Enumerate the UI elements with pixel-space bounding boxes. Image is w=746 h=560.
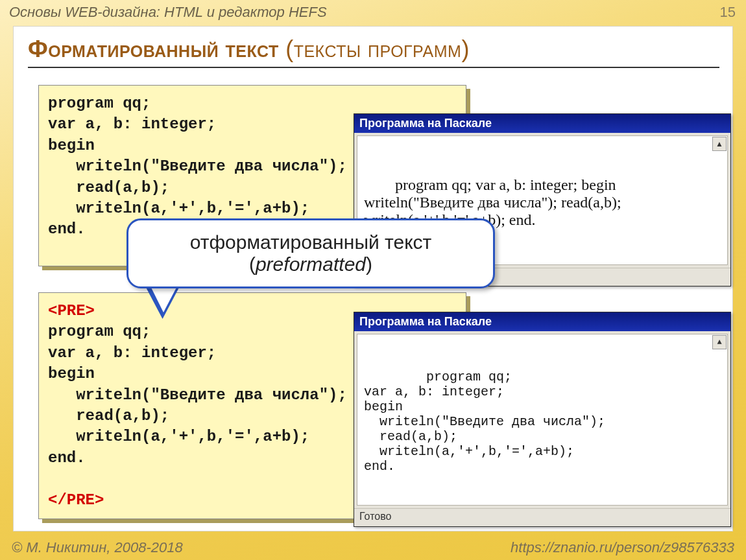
page-number: 15 bbox=[720, 4, 736, 21]
code-panel-bottom-body: program qq; var a, b: integer; begin wri… bbox=[48, 323, 347, 466]
slide-heading: Форматированный текст (тексты программ) bbox=[28, 36, 470, 63]
browser-status-bottom: Готово bbox=[354, 508, 730, 524]
pre-open-tag: <PRE> bbox=[48, 302, 95, 320]
heading-main: Форматированный текст bbox=[28, 36, 279, 62]
slide: Основы WEB-дизайна: HTML и редактор HEFS… bbox=[0, 0, 746, 560]
footer-right: https://znanio.ru/person/z98576333 bbox=[511, 539, 734, 556]
scroll-up-icon[interactable]: ▲ bbox=[712, 335, 727, 349]
doc-title: Основы WEB-дизайна: HTML и редактор HEFS bbox=[9, 4, 327, 21]
heading-divider bbox=[28, 67, 719, 68]
browser-titlebar-bottom: Программа на Паскале bbox=[354, 312, 730, 331]
heading-tail: (тексты программ) bbox=[279, 36, 470, 62]
footer: © М. Никитин, 2008-2018 https://znanio.r… bbox=[0, 537, 746, 560]
browser-content-bottom: ▲ program qq; var a, b: integer; begin w… bbox=[357, 334, 728, 506]
callout-bubble: отформатированный текст (preformatted) bbox=[126, 218, 495, 288]
content-box: Форматированный текст (тексты программ) … bbox=[13, 26, 733, 531]
callout-text: отформатированный текст (preformatted) bbox=[190, 231, 432, 275]
callout-line1: отформатированный текст bbox=[190, 231, 432, 253]
scroll-up-icon[interactable]: ▲ bbox=[712, 137, 727, 151]
browser-titlebar-top: Программа на Паскале bbox=[354, 114, 730, 133]
pre-close-tag: </PRE> bbox=[48, 491, 104, 509]
browser-window-bottom: Программа на Паскале ▲ program qq; var a… bbox=[354, 312, 731, 527]
footer-left: © М. Никитин, 2008-2018 bbox=[12, 539, 183, 556]
callout-line2-italic: preformatted bbox=[256, 253, 366, 275]
browser-text-bottom: program qq; var a, b: integer; begin wri… bbox=[364, 369, 605, 474]
